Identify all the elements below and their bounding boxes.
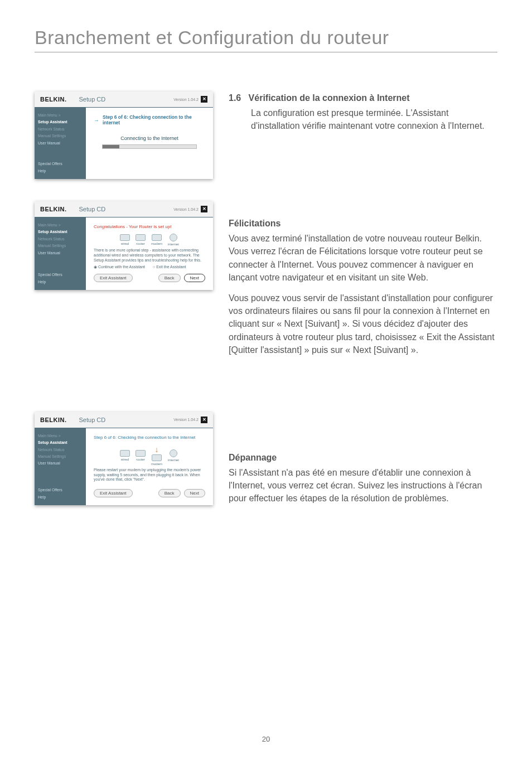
section-title: Félicitations bbox=[229, 217, 497, 230]
card-main: Step 6 of 6: Checking the connection to … bbox=[86, 428, 213, 505]
sidebar-network-status[interactable]: Network Status bbox=[38, 236, 83, 243]
screenshot-card-2: BELKIN. Setup CD Version 1.04.2 ✕ Main M… bbox=[35, 201, 213, 290]
section-body: La configuration est presque terminée. L… bbox=[229, 107, 497, 132]
card-sidebar: Main Menu > Setup Assistant Network Stat… bbox=[35, 428, 86, 505]
modem-icon bbox=[152, 454, 162, 461]
step-text: Step 6 of 6: Checking connection to the … bbox=[103, 114, 205, 125]
close-icon[interactable]: ✕ bbox=[201, 417, 207, 423]
sidebar-user-manual[interactable]: User Manual bbox=[38, 140, 83, 147]
card-header: BELKIN. Setup CD Version 1.04.2 ✕ bbox=[35, 412, 213, 428]
connecting-label: Connecting to the Internet bbox=[94, 135, 205, 141]
button-row: Exit Assistant Back Next bbox=[94, 274, 205, 282]
card-header: BELKIN. Setup CD Version 1.04.2 ✕ bbox=[35, 201, 213, 217]
close-icon[interactable]: ✕ bbox=[201, 206, 207, 212]
section-1-6: 1.6 Vérification de la connexion à Inter… bbox=[229, 91, 497, 133]
card-main: Congratulations - Your Router is set up!… bbox=[86, 217, 213, 290]
setup-cd-label: Setup CD bbox=[67, 206, 174, 212]
card-sidebar: Main Menu > Setup Assistant Network Stat… bbox=[35, 108, 86, 179]
sidebar-manual-settings[interactable]: Manual Settings bbox=[38, 453, 83, 460]
sidebar-main-menu[interactable]: Main Menu > bbox=[38, 112, 83, 119]
radio-exit[interactable]: ○ Exit the Assistant bbox=[153, 265, 186, 269]
dg-label-modem: modem bbox=[151, 242, 162, 245]
brand-logo: BELKIN. bbox=[40, 206, 67, 212]
version-label: Version 1.04.2 bbox=[173, 418, 201, 422]
version-label: Version 1.04.2 bbox=[173, 207, 201, 211]
pc-icon bbox=[120, 450, 130, 457]
dg-label-modem: modem bbox=[151, 462, 162, 466]
note-text: Please restart your modem by unplugging … bbox=[94, 468, 205, 482]
screenshot-card-3: BELKIN. Setup CD Version 1.04.2 ✕ Main M… bbox=[35, 412, 213, 505]
dg-label-router: router bbox=[136, 242, 145, 245]
button-row: Exit Assistant Back Next bbox=[94, 489, 205, 497]
sidebar-user-manual[interactable]: User Manual bbox=[38, 460, 83, 467]
sidebar-help[interactable]: Help bbox=[38, 279, 83, 285]
exit-assistant-button[interactable]: Exit Assistant bbox=[94, 489, 133, 497]
section-depannage: Dépannage Si l'Assistant n'a pas été en … bbox=[229, 362, 497, 505]
network-diagram: wired router modem internet bbox=[94, 234, 205, 246]
sidebar-setup-assistant[interactable]: Setup Assistant bbox=[38, 439, 83, 446]
sidebar-network-status[interactable]: Network Status bbox=[38, 126, 83, 133]
card-sidebar: Main Menu > Setup Assistant Network Stat… bbox=[35, 217, 86, 290]
router-icon bbox=[136, 234, 146, 241]
radio-group: ◉ Continue with the Assistant ○ Exit the… bbox=[94, 265, 205, 269]
row-2: BELKIN. Setup CD Version 1.04.2 ✕ Main M… bbox=[35, 201, 497, 356]
modem-icon bbox=[152, 234, 162, 241]
dg-label-internet: internet bbox=[168, 458, 179, 462]
back-button[interactable]: Back bbox=[158, 489, 181, 497]
sidebar-network-status[interactable]: Network Status bbox=[38, 447, 83, 453]
sidebar-user-manual[interactable]: User Manual bbox=[38, 250, 83, 256]
brand-logo: BELKIN. bbox=[40, 96, 67, 103]
arrow-down-icon: ↓ bbox=[154, 446, 158, 453]
back-button[interactable]: Back bbox=[158, 274, 181, 282]
section-title: Dépannage bbox=[229, 451, 497, 464]
sidebar-help[interactable]: Help bbox=[38, 494, 83, 501]
step-line: Step 6 of 6: Checking the connection to … bbox=[94, 435, 205, 440]
section-body-1: Vous avez terminé l'installation de votr… bbox=[229, 232, 497, 284]
sidebar-help[interactable]: Help bbox=[38, 168, 83, 175]
dg-label-wired: wired bbox=[121, 242, 129, 245]
sidebar-special-offers[interactable]: Special Offers bbox=[38, 272, 83, 278]
section-body-2: Vous pouvez vous servir de l'assistant d… bbox=[229, 292, 497, 356]
sidebar-setup-assistant[interactable]: Setup Assistant bbox=[38, 229, 83, 235]
radio-continue[interactable]: ◉ Continue with the Assistant bbox=[94, 265, 145, 269]
section-title: Vérification de la connexion à Internet bbox=[249, 93, 410, 103]
row-3: BELKIN. Setup CD Version 1.04.2 ✕ Main M… bbox=[35, 362, 497, 505]
sidebar-special-offers[interactable]: Special Offers bbox=[38, 161, 83, 167]
sidebar-special-offers[interactable]: Special Offers bbox=[38, 487, 83, 493]
section-body: Si l'Assistant n'a pas été en mesure d'é… bbox=[229, 466, 497, 505]
congrats-line: Congratulations - Your Router is set up! bbox=[94, 224, 205, 229]
next-button[interactable]: Next bbox=[184, 489, 205, 497]
sidebar-manual-settings[interactable]: Manual Settings bbox=[38, 243, 83, 249]
section-number: 1.6 bbox=[229, 93, 241, 103]
page-number: 20 bbox=[0, 735, 532, 743]
step-line: → Step 6 of 6: Checking connection to th… bbox=[94, 114, 205, 125]
network-diagram: wired router ↓modem internet bbox=[94, 446, 205, 466]
next-button[interactable]: Next bbox=[184, 274, 205, 282]
sidebar-setup-assistant[interactable]: Setup Assistant bbox=[38, 119, 83, 125]
close-icon[interactable]: ✕ bbox=[201, 96, 207, 103]
exit-assistant-button[interactable]: Exit Assistant bbox=[94, 274, 133, 282]
globe-icon bbox=[170, 234, 177, 241]
progress-bar bbox=[102, 144, 197, 149]
brand-logo: BELKIN. bbox=[40, 417, 67, 423]
pc-icon bbox=[120, 234, 130, 241]
sidebar-main-menu[interactable]: Main Menu > bbox=[38, 222, 83, 229]
note-text: There is one more optional step - assist… bbox=[94, 248, 205, 263]
setup-cd-label: Setup CD bbox=[67, 417, 174, 423]
globe-icon bbox=[170, 449, 177, 457]
screenshot-card-1: BELKIN. Setup CD Version 1.04.2 ✕ Main M… bbox=[35, 91, 213, 179]
dg-label-router: router bbox=[136, 458, 145, 461]
router-icon bbox=[136, 450, 146, 457]
arrow-right-icon: → bbox=[94, 117, 99, 123]
section-felicitations: Félicitations Vous avez terminé l'instal… bbox=[229, 201, 497, 356]
sidebar-main-menu[interactable]: Main Menu > bbox=[38, 433, 83, 439]
dg-label-internet: internet bbox=[168, 243, 179, 246]
sidebar-manual-settings[interactable]: Manual Settings bbox=[38, 133, 83, 139]
page-title: Branchement et Configuration du routeur bbox=[35, 27, 497, 52]
card-main: → Step 6 of 6: Checking connection to th… bbox=[86, 108, 213, 179]
card-header: BELKIN. Setup CD Version 1.04.2 ✕ bbox=[35, 91, 213, 108]
setup-cd-label: Setup CD bbox=[67, 96, 174, 103]
version-label: Version 1.04.2 bbox=[173, 98, 201, 101]
row-1: BELKIN. Setup CD Version 1.04.2 ✕ Main M… bbox=[35, 91, 497, 179]
dg-label-wired: wired bbox=[121, 458, 129, 461]
